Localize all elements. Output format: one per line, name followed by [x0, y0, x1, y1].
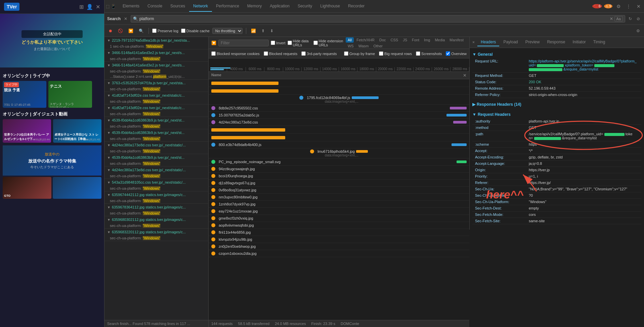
- result-file-5[interactable]: ▼ 41df2af7143df02e.css tver.jp/_next/sta…: [104, 92, 208, 99]
- filter-icon[interactable]: 🔽: [211, 41, 216, 45]
- search-close-btn[interactable]: ✕: [123, 16, 129, 22]
- table-row[interactable]: ktvnpztx94jzu9tb.jpg: [209, 236, 469, 243]
- request-headers-title[interactable]: ▼ Request Headers: [472, 111, 641, 118]
- more-icon[interactable]: ⋮: [625, 2, 633, 10]
- result-file-3[interactable]: ▼ 3466-5148a4141a6ed3e2.js tver.jp/_next…: [104, 62, 208, 68]
- table-row[interactable]: dj1s89agvtxgs67uj.jpg: [209, 180, 469, 187]
- drama-card-2[interactable]: [53, 177, 101, 199]
- table-row[interactable]: aop8viivmwsqfobi.jpg: [209, 222, 469, 229]
- preserve-log-input[interactable]: [152, 29, 157, 33]
- tab-memory[interactable]: Memory: [243, 1, 266, 12]
- match-4-1[interactable]: sec-ch-ua-platform: "Windows": [104, 86, 208, 92]
- match-2-1[interactable]: sec-ch-ua-platform: "Windows": [104, 56, 208, 61]
- tab-payload[interactable]: Payload: [500, 38, 521, 46]
- throttle-select[interactable]: No throttling: [212, 28, 243, 34]
- group-by-frame-checkbox[interactable]: Group by frame: [344, 51, 375, 56]
- filter-css-btn[interactable]: CSS: [389, 37, 400, 43]
- table-row[interactable]: 15.0076f7825a2dab5c.js: [209, 112, 469, 119]
- result-file-6[interactable]: ▼ 41df2af7143df02e.css tver.jp/_next/sta…: [104, 104, 208, 111]
- tab-sources[interactable]: Sources: [166, 1, 189, 12]
- disable-cache-input[interactable]: [181, 29, 185, 33]
- hide-data-urls-input[interactable]: [288, 41, 292, 45]
- screenshots-input[interactable]: [416, 51, 420, 56]
- tab-elements[interactable]: Elements: [119, 1, 143, 12]
- table-row[interactable]: bcoi1f0urqfxoega.jpg: [209, 173, 469, 180]
- filter-font-btn[interactable]: Font: [410, 37, 421, 43]
- inspect-icon[interactable]: ⬚: [106, 4, 110, 9]
- tab-headers[interactable]: Headers: [477, 38, 499, 46]
- overview-checkbox[interactable]: Overview: [446, 51, 467, 56]
- tab-timing[interactable]: Timing: [590, 38, 609, 46]
- volleyball-card[interactable]: 世界ランク2位日本男子バレー アルゼンチンを3-1で下... 7/31(水)22…: [3, 119, 51, 143]
- devtools-close-icon[interactable]: ✕: [635, 2, 643, 10]
- result-file-2[interactable]: ▼ 3466-5148a4141a6ed3e2.js tver.jp/_next…: [104, 49, 208, 56]
- third-party-checkbox[interactable]: 3rd-party requests: [301, 51, 337, 56]
- grid-icon[interactable]: ⊞: [79, 4, 84, 10]
- match-3-2[interactable]: ...Status();case 2:n=t.sent.platform_uid…: [104, 74, 208, 79]
- disable-cache-checkbox[interactable]: Disable cache: [181, 29, 210, 33]
- filter-media-btn[interactable]: Media: [433, 37, 447, 43]
- record-btn[interactable]: ⏺: [107, 28, 114, 34]
- preserve-log-checkbox[interactable]: Preserve log: [152, 29, 178, 33]
- result-file-11[interactable]: ▼ 4d24ec380a173e8d.css tver.jp/_next/sta…: [104, 167, 208, 173]
- search-clear-icon[interactable]: ✕: [610, 16, 613, 21]
- table-row[interactable]: 1795.fcd12dc84069a4bf.js data:image/svg+…: [209, 95, 469, 105]
- table-row[interactable]: [209, 134, 469, 141]
- tab-recorder[interactable]: Recorder: [344, 1, 369, 12]
- tennis-digest-card[interactable]: 卓球女子エース早田ひな スト レートC3回戦進出【準備... 7/31(水)21…: [53, 119, 101, 143]
- filter-doc-btn[interactable]: Doc: [377, 37, 388, 43]
- filter-fetch-xhr-btn[interactable]: Fetch/XHR: [354, 37, 377, 43]
- match-5-1[interactable]: sec-ch-ua-platform: "Windows": [104, 99, 208, 104]
- match-12-1[interactable]: sec-ch-ua-platform: "Windows": [104, 186, 208, 191]
- match-8-1[interactable]: sec-ch-ua-platform: "Windows": [104, 136, 208, 141]
- settings-icon[interactable]: ⚙: [614, 2, 622, 10]
- table-row[interactable]: [209, 87, 469, 95]
- response-headers-title[interactable]: ▶ Response Headers (14): [472, 101, 641, 108]
- table-row[interactable]: 94zctkugcswajeqh.jpg: [209, 166, 469, 173]
- result-file-10[interactable]: ▼ 4539-f0dd4a1cd63863b9.js tver.jp/_next…: [104, 154, 208, 161]
- hide-data-urls-checkbox[interactable]: Hide data URLs: [288, 39, 311, 47]
- filter-other-btn[interactable]: Other: [371, 43, 385, 49]
- detail-close-btn[interactable]: ×: [472, 40, 475, 45]
- hide-ext-urls-checkbox[interactable]: Hide extension URLs: [313, 39, 344, 47]
- result-file-16[interactable]: ▼ 6359683220112.jpg statics.tver.jp/imag…: [104, 229, 208, 235]
- filter-manifest-btn[interactable]: Manifest: [447, 37, 466, 43]
- table-row[interactable]: zn0j2enf3oebhwop.jpg: [209, 243, 469, 250]
- tab-network[interactable]: Network: [189, 1, 212, 12]
- match-6-1[interactable]: sec-ch-ua-platform: "Windows": [104, 111, 208, 116]
- tab-initiator[interactable]: Initiator: [569, 38, 589, 46]
- hide-ext-urls-input[interactable]: [313, 41, 318, 45]
- group-by-frame-input[interactable]: [344, 51, 348, 56]
- result-file-14[interactable]: ▼ 6359678364112.jpg statics.tver.jp/imag…: [104, 204, 208, 211]
- invert-input[interactable]: [271, 41, 275, 45]
- tab-application[interactable]: Application: [266, 1, 294, 12]
- big-request-rows-checkbox[interactable]: Big request rows: [379, 51, 412, 56]
- screenshots-checkbox[interactable]: Screenshots: [416, 51, 442, 56]
- match-16-1[interactable]: sec-ch-ua-platform: "Windows": [104, 235, 208, 241]
- table-row[interactable]: 800.e3b74d9dafb4b400.js: [209, 141, 469, 148]
- blocked-resp-checkbox[interactable]: Blocked response cookies: [211, 51, 260, 56]
- tab-response[interactable]: Response: [544, 38, 568, 46]
- table-row[interactable]: 4d24ec380a173e8d.css: [209, 119, 469, 126]
- match-11-1[interactable]: sec-ch-ua-platform: "Windows": [104, 173, 208, 179]
- tennis-card[interactable]: テニス スザンヌ・ランラ 7/31(水)17:45 ～: [48, 81, 92, 108]
- table-row[interactable]: nm3upvc80mbltew0.jpg: [209, 194, 469, 201]
- blocked-req-input[interactable]: [264, 51, 268, 56]
- close-icon[interactable]: ✕: [96, 4, 100, 10]
- clear-btn[interactable]: 🚫: [117, 28, 124, 34]
- filter-wasm-btn[interactable]: Wasm: [356, 43, 371, 49]
- result-file-13[interactable]: ▼ 6359674442112.jpg statics.tver.jp/imag…: [104, 191, 208, 198]
- match-7-1[interactable]: sec-ch-ua-platform: "Windows": [104, 124, 208, 129]
- device-icon[interactable]: 📱: [111, 4, 116, 9]
- result-file-12[interactable]: ▼ 543a31d9848105cc.css tver.jp/_next/sta…: [104, 179, 208, 186]
- table-row[interactable]: lmu6716bplhob5k4.jpg data:image/svg+xml,…: [209, 148, 469, 158]
- third-party-input[interactable]: [301, 51, 306, 56]
- import-btn[interactable]: ⬆: [260, 28, 266, 34]
- network-settings-btn[interactable]: ⚙: [635, 28, 641, 34]
- filter-ws-btn[interactable]: WS: [346, 43, 356, 49]
- tab-console[interactable]: Console: [143, 1, 166, 12]
- blocked-resp-input[interactable]: [211, 51, 216, 56]
- search-cancel-btn[interactable]: ⊘: [635, 16, 641, 22]
- swimming-card[interactable]: ライブ中 競泳 予選 7/31 ① 17:45-27:45: [3, 81, 46, 108]
- result-file-7[interactable]: ▼ 4539-f0dd4a1cd63863b9.js tver.jp/_next…: [104, 117, 208, 124]
